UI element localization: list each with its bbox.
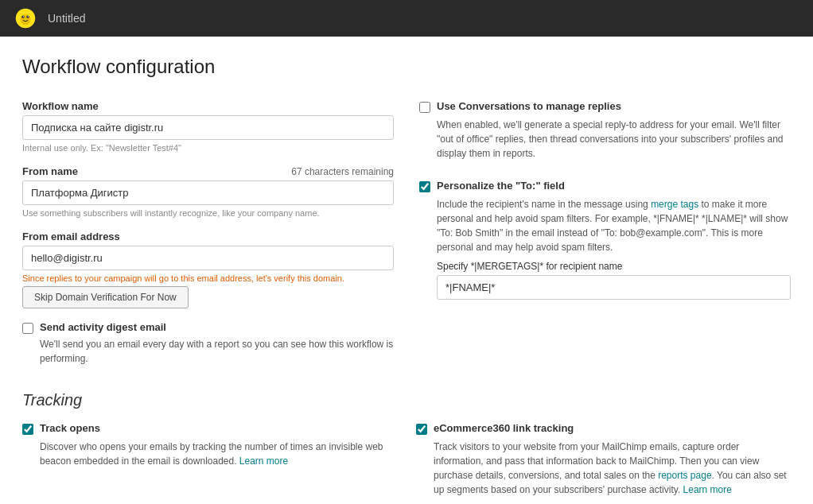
personalize-to-title: Personalize the "To:" field	[437, 180, 565, 192]
ecommerce-title: eCommerce360 link tracking	[434, 422, 574, 434]
topbar: Untitled	[0, 0, 813, 37]
workflow-name-hint: Internal use only. Ex: "Newsletter Test#…	[22, 143, 394, 153]
merge-tag-input[interactable]	[437, 275, 791, 300]
tracking-title: Tracking	[22, 391, 791, 409]
send-activity-checkbox[interactable]	[22, 323, 33, 334]
ecommerce-desc: Track visitors to your website from your…	[434, 440, 791, 497]
tracking-section: Tracking	[22, 391, 791, 409]
workflow-name-input[interactable]	[22, 115, 394, 140]
svg-point-7	[28, 17, 30, 21]
ecommerce-learn-more[interactable]: Learn more	[683, 484, 732, 495]
left-column: Workflow name Internal use only. Ex: "Ne…	[22, 100, 394, 366]
char-count: 67 characters remaining	[291, 166, 394, 177]
use-conversations-desc: When enabled, we'll generate a special r…	[437, 118, 791, 161]
send-activity-row: Send activity digest email	[22, 321, 394, 334]
from-name-hint: Use something subscribers will instantly…	[22, 208, 394, 218]
use-conversations-row: Use Conversations to manage replies	[419, 100, 791, 113]
workflow-name-label: Workflow name	[22, 100, 394, 112]
merge-tags-link[interactable]: merge tags	[651, 199, 698, 210]
svg-point-4	[23, 16, 24, 17]
from-email-group: From email address Since replies to your…	[22, 231, 394, 308]
svg-point-6	[21, 17, 23, 21]
skip-domain-button[interactable]: Skip Domain Verification For Now	[22, 286, 189, 308]
use-conversations-title: Use Conversations to manage replies	[437, 100, 621, 112]
from-name-label: From name	[22, 165, 78, 177]
personalize-to-block: Personalize the "To:" field Include the …	[419, 180, 791, 300]
track-opens-desc: Discover who opens your emails by tracki…	[40, 440, 397, 468]
ecommerce-checkbox[interactable]	[416, 424, 427, 435]
from-email-label: From email address	[22, 231, 394, 242]
personalize-to-row: Personalize the "To:" field	[419, 180, 791, 192]
from-name-group: From name 67 characters remaining Use so…	[22, 165, 394, 218]
track-opens-learn-more[interactable]: Learn more	[239, 456, 288, 467]
from-email-error: Since replies to your campaign will go t…	[22, 273, 394, 283]
ecommerce-block: eCommerce360 link tracking Track visitor…	[416, 422, 791, 497]
send-activity-label: Send activity digest email	[40, 321, 166, 333]
mailchimp-logo	[13, 6, 38, 31]
page-title: Workflow configuration	[22, 56, 791, 78]
track-opens-checkbox[interactable]	[22, 424, 33, 435]
use-conversations-block: Use Conversations to manage replies When…	[419, 100, 791, 161]
main-grid: Workflow name Internal use only. Ex: "Ne…	[22, 100, 791, 366]
from-name-label-row: From name 67 characters remaining	[22, 165, 394, 177]
from-name-input[interactable]	[22, 180, 394, 205]
personalize-to-checkbox[interactable]	[419, 181, 430, 192]
main-content: Workflow configuration Workflow name Int…	[0, 37, 813, 504]
ecommerce-reports-link[interactable]: reports page	[658, 470, 711, 481]
ecommerce-row: eCommerce360 link tracking	[416, 422, 791, 435]
personalize-to-desc: Include the recipient's name in the mess…	[437, 197, 791, 254]
svg-point-5	[28, 16, 29, 17]
track-opens-title: Track opens	[40, 422, 100, 434]
send-activity-desc: We'll send you an email every day with a…	[40, 339, 393, 364]
from-email-input[interactable]	[22, 246, 394, 270]
merge-tag-label: Specify *|MERGETAGS|* for recipient name	[437, 261, 791, 272]
send-activity-group: Send activity digest email We'll send yo…	[22, 321, 394, 366]
track-opens-row: Track opens	[22, 422, 397, 435]
topbar-title: Untitled	[48, 12, 85, 25]
track-opens-block: Track opens Discover who opens your emai…	[22, 422, 397, 497]
workflow-name-group: Workflow name Internal use only. Ex: "Ne…	[22, 100, 394, 153]
use-conversations-checkbox[interactable]	[419, 102, 430, 113]
right-column: Use Conversations to manage replies When…	[419, 100, 791, 366]
tracking-grid: Track opens Discover who opens your emai…	[22, 422, 791, 504]
